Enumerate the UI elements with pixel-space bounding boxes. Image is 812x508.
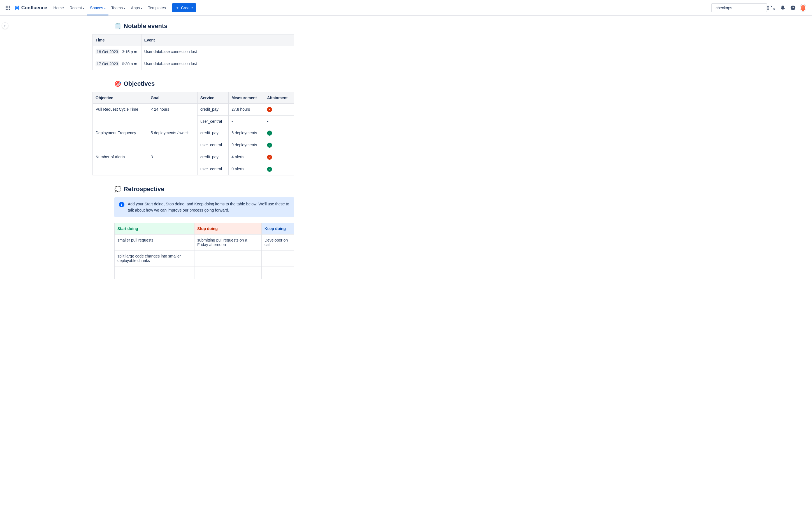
svg-rect-2 [9,6,10,7]
plus-icon [175,6,179,10]
cell-stop[interactable] [194,266,261,279]
cell-start[interactable] [115,266,195,279]
status-fail-icon [267,107,272,112]
cell-attainment [264,104,294,116]
objectives-title: Objectives [124,80,155,87]
svg-text:?: ? [792,6,794,9]
cell-goal: 3 [148,151,197,175]
svg-rect-3 [6,7,7,8]
cell-measurement: 0 alerts [229,163,264,175]
info-icon: i [119,202,124,207]
nav-item-label: Apps [131,6,140,10]
expand-sidebar-handle[interactable] [2,23,8,29]
status-pass-icon [267,131,272,136]
cell-service: user_central [198,139,229,151]
retrospective-section: 💭 Retrospective i Add your Start doing, … [92,185,294,279]
nav-item-templates[interactable]: Templates [145,0,169,15]
table-row[interactable]: smaller pull requestssubmitting pull req… [115,235,294,251]
cell-keep[interactable] [261,266,294,279]
cell-service: user_central [198,163,229,175]
retrospective-table: Start doing Stop doing Keep doing smalle… [114,223,294,279]
target-icon: 🎯 [114,81,121,87]
col-service: Service [198,92,229,104]
cell-stop[interactable]: submitting pull requests on a Friday aft… [194,235,261,251]
event-date: 17 Oct 2023 [95,61,119,67]
col-measurement: Measurement [229,92,264,104]
cell-measurement: - [229,116,264,127]
search-field[interactable]: ✕ [711,3,767,12]
app-switcher-icon[interactable] [3,3,12,12]
status-none: - [267,119,268,124]
profile-avatar[interactable] [799,3,808,12]
notable-events-section: 🗒️ Notable events Time Event 16 Oct 2023… [92,23,294,70]
cell-service: credit_pay [198,104,229,116]
cell-attainment: - [264,116,294,127]
chevron-right-icon [3,24,7,28]
primary-nav: HomeRecent▾Spaces▾Teams▾Apps▾Templates [51,0,169,15]
notable-events-heading: 🗒️ Notable events [92,23,294,30]
cell-time: 17 Oct 20230:30 a.m. [93,58,141,70]
table-row: Pull Request Cycle Time< 24 hourscredit_… [93,104,294,116]
svg-rect-6 [6,9,7,10]
cell-service: credit_pay [198,151,229,163]
nav-item-home[interactable]: Home [51,0,67,15]
table-row: 16 Oct 20233:15 p.m.User database connec… [93,46,294,58]
chevron-down-icon: ▾ [83,7,84,10]
create-button[interactable]: Create [172,3,196,12]
cell-stop[interactable] [194,251,261,266]
svg-rect-4 [7,7,8,8]
notifications-icon[interactable] [778,3,787,12]
notable-events-title: Notable events [124,23,168,30]
nav-item-spaces[interactable]: Spaces▾ [87,0,109,15]
cell-start[interactable]: smaller pull requests [115,235,195,251]
notable-events-table: Time Event 16 Oct 20233:15 p.m.User data… [92,34,294,70]
cell-measurement: 9 deployments [229,139,264,151]
cell-attainment [264,163,294,175]
product-logo[interactable]: Confluence [13,5,50,11]
cell-measurement: 27.8 hours [229,104,264,116]
cell-measurement: 4 alerts [229,151,264,163]
event-time: 3:15 p.m. [122,50,138,54]
objectives-section: 🎯 Objectives Objective Goal Service Meas… [92,80,294,175]
search-input[interactable] [715,5,765,10]
cell-keep[interactable] [261,251,294,266]
cell-objective: Deployment Frequency [93,127,148,151]
cell-attainment [264,127,294,139]
help-icon[interactable]: ? [788,3,798,12]
table-row[interactable] [115,266,294,279]
event-time: 0:30 a.m. [122,61,138,66]
svg-rect-1 [7,6,8,7]
cell-service: credit_pay [198,127,229,139]
retrospective-info-text: Add your Start doing, Stop doing, and Ke… [128,201,290,213]
objectives-table: Objective Goal Service Measurement Attai… [92,92,294,175]
status-pass-icon [267,167,272,172]
status-fail-icon [267,155,272,160]
col-keep-doing: Keep doing [261,223,294,235]
svg-rect-8 [9,9,10,10]
retrospective-title: Retrospective [124,185,165,193]
cell-goal: < 24 hours [148,104,197,127]
nav-item-recent[interactable]: Recent▾ [67,0,87,15]
cell-objective: Pull Request Cycle Time [93,104,148,127]
svg-rect-0 [6,6,7,7]
cell-event: User database connection lost [141,58,294,70]
cell-keep[interactable]: Developer on call [261,235,294,251]
nav-item-label: Home [53,6,64,10]
cell-start[interactable]: split large code changes into smaller de… [115,251,195,266]
nav-item-apps[interactable]: Apps▾ [128,0,145,15]
svg-rect-7 [7,9,8,10]
cell-objective: Number of Alerts [93,151,148,175]
cell-goal: 5 deployments / week [148,127,197,151]
objectives-heading: 🎯 Objectives [92,80,294,87]
memo-icon: 🗒️ [114,23,121,29]
table-row[interactable]: split large code changes into smaller de… [115,251,294,266]
nav-item-label: Teams [111,6,123,10]
cell-measurement: 6 deployments [229,127,264,139]
nav-item-teams[interactable]: Teams▾ [109,0,128,15]
col-stop-doing: Stop doing [194,223,261,235]
cell-time: 16 Oct 20233:15 p.m. [93,46,141,58]
cell-service: user_central [198,116,229,127]
collapse-icon[interactable] [768,3,777,12]
product-name: Confluence [21,5,47,11]
col-start-doing: Start doing [115,223,195,235]
